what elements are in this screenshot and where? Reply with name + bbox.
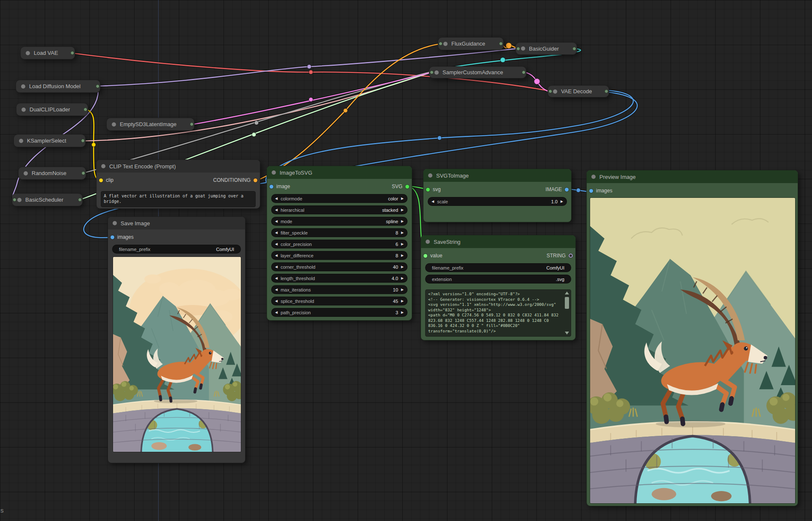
collapse-toggle-icon[interactable] (521, 46, 525, 51)
collapse-toggle-icon[interactable] (443, 42, 448, 46)
node-flux-guidance[interactable]: FluxGuidance (438, 37, 504, 50)
output-port-STRING[interactable]: STRING (547, 253, 573, 259)
collapsed-output-port[interactable] (84, 108, 87, 111)
input-dot-icon[interactable] (99, 178, 103, 182)
node-image-to-svg[interactable]: ImageToSVGimageSVG◀colormodecolor▶◀hiera… (267, 166, 412, 321)
collapsed-input-port[interactable] (516, 47, 520, 51)
widget-color_precision[interactable]: ◀color_precision6▶ (271, 240, 407, 248)
collapsed-input-port[interactable] (548, 89, 552, 93)
decrement-arrow-icon[interactable]: ◀ (275, 197, 278, 200)
input-port-images[interactable]: images (111, 234, 134, 240)
node-dual-clip-loader[interactable]: DualCLIPLoader (16, 103, 88, 116)
increment-arrow-icon[interactable]: ▶ (401, 300, 404, 303)
widget-layer_difference[interactable]: ◀layer_difference8▶ (271, 251, 407, 260)
input-dot-icon[interactable] (426, 188, 430, 192)
xml-textarea[interactable]: <?xml version="1.0" encoding="UTF-8"?> <… (425, 289, 571, 337)
collapse-toggle-icon[interactable] (553, 89, 557, 94)
decrement-arrow-icon[interactable]: ◀ (275, 220, 278, 223)
increment-arrow-icon[interactable]: ▶ (401, 265, 404, 269)
collapsed-output-port[interactable] (572, 47, 576, 51)
widget-filename_prefix[interactable]: filename_prefixComfyUI (112, 245, 241, 254)
collapse-toggle-icon[interactable] (426, 240, 430, 244)
decrement-arrow-icon[interactable]: ◀ (275, 265, 278, 269)
node-basic-scheduler[interactable]: BasicScheduler (12, 193, 83, 206)
widget-hierarchical[interactable]: ◀hierarchicalstacked▶ (271, 205, 407, 214)
widget-length_threshold[interactable]: ◀length_threshold4.0▶ (271, 274, 407, 283)
scrollbar[interactable] (564, 291, 569, 335)
increment-arrow-icon[interactable]: ▶ (401, 231, 404, 235)
increment-arrow-icon[interactable]: ▶ (401, 220, 404, 223)
input-port-value[interactable]: value (424, 253, 442, 259)
increment-arrow-icon[interactable]: ▶ (401, 208, 404, 212)
collapsed-input-port[interactable] (13, 198, 16, 202)
widget-filter_speckle[interactable]: ◀filter_speckle8▶ (271, 228, 407, 237)
collapse-toggle-icon[interactable] (428, 173, 432, 178)
input-dot-icon[interactable] (589, 189, 593, 193)
increment-arrow-icon[interactable]: ▶ (401, 197, 404, 200)
node-vae-decode[interactable]: VAE Decode (548, 85, 609, 97)
widget-scale[interactable]: ◀scale1.0▶ (428, 197, 567, 206)
decrement-arrow-icon[interactable]: ◀ (432, 200, 434, 203)
decrement-arrow-icon[interactable]: ◀ (275, 277, 278, 280)
node-random-noise[interactable]: RandomNoise (18, 167, 86, 180)
decrement-arrow-icon[interactable]: ◀ (275, 254, 278, 257)
collapse-toggle-icon[interactable] (101, 164, 105, 168)
input-dot-icon[interactable] (424, 254, 427, 258)
widget-colormode[interactable]: ◀colormodecolor▶ (271, 194, 407, 203)
widget-splice_threshold[interactable]: ◀splice_threshold45▶ (271, 297, 407, 305)
node-load-vae[interactable]: Load VAE (20, 46, 75, 59)
collapsed-output-port[interactable] (522, 70, 526, 74)
increment-arrow-icon[interactable]: ▶ (401, 311, 404, 314)
collapse-toggle-icon[interactable] (434, 70, 439, 75)
output-dot-icon[interactable] (565, 188, 569, 192)
node-save-image[interactable]: Save Imageimagesfilename_prefixComfyUI (108, 216, 245, 463)
collapse-toggle-icon[interactable] (17, 198, 22, 202)
collapse-toggle-icon[interactable] (19, 139, 23, 143)
collapsed-output-port[interactable] (81, 139, 85, 143)
input-port-clip[interactable]: clip (99, 177, 113, 183)
widget-mode[interactable]: ◀modespline▶ (271, 217, 407, 226)
node-ksampler-select[interactable]: KSamplerSelect (13, 134, 86, 147)
input-port-svg[interactable]: svg (426, 186, 441, 192)
collapse-toggle-icon[interactable] (591, 175, 596, 179)
widget-path_precision[interactable]: ◀path_precision3▶ (271, 308, 407, 317)
collapse-toggle-icon[interactable] (22, 108, 26, 112)
collapsed-output-port[interactable] (70, 51, 74, 55)
collapse-toggle-icon[interactable] (24, 171, 28, 175)
decrement-arrow-icon[interactable]: ◀ (275, 243, 278, 246)
scroll-down-icon[interactable] (565, 332, 569, 335)
output-dot-icon[interactable] (254, 178, 257, 182)
collapse-toggle-icon[interactable] (272, 170, 276, 175)
node-clip-text-encode[interactable]: CLIP Text Encode (Prompt)clipCONDITIONIN… (96, 159, 260, 209)
collapsed-output-port[interactable] (190, 122, 194, 126)
scroll-thumb[interactable] (565, 297, 569, 309)
input-dot-icon[interactable] (111, 235, 114, 239)
widget-filename_prefix[interactable]: filename_prefixComfyUI (425, 263, 571, 272)
decrement-arrow-icon[interactable]: ◀ (275, 311, 278, 314)
collapse-toggle-icon[interactable] (21, 84, 25, 89)
collapse-toggle-icon[interactable] (113, 221, 117, 225)
node-load-diffusion-model[interactable]: Load Diffusion Model (16, 80, 100, 93)
input-port-image[interactable]: image (270, 184, 290, 189)
output-port-CONDITIONING[interactable]: CONDITIONING (213, 177, 257, 183)
collapsed-output-port[interactable] (499, 42, 503, 46)
node-preview-image[interactable]: Preview Imageimages (586, 170, 798, 506)
node-sampler-custom-advance[interactable]: SamplerCustomAdvance (429, 66, 526, 78)
widget-extension[interactable]: extension.svg (425, 275, 571, 283)
node-basic-guider[interactable]: BasicGuider (515, 42, 577, 55)
increment-arrow-icon[interactable]: ▶ (401, 288, 404, 292)
collapsed-input-port[interactable] (439, 42, 442, 46)
widget-max_iterations[interactable]: ◀max_iterations10▶ (271, 285, 407, 294)
node-graph-canvas[interactable]: Load VAELoad Diffusion ModelDualCLIPLoad… (0, 0, 812, 521)
node-save-string[interactable]: SaveStringvalueSTRINGfilename_prefixComf… (421, 235, 576, 340)
collapsed-output-port[interactable] (81, 171, 85, 175)
collapse-toggle-icon[interactable] (112, 122, 116, 127)
node-svg-to-image[interactable]: SVGToImagesvgIMAGE◀scale1.0▶ (423, 169, 572, 222)
decrement-arrow-icon[interactable]: ◀ (275, 288, 278, 292)
node-empty-sd3-latent-image[interactable]: EmptySD3LatentImage (106, 118, 194, 131)
widget-corner_threshold[interactable]: ◀corner_threshold40▶ (271, 262, 407, 271)
decrement-arrow-icon[interactable]: ◀ (275, 300, 278, 303)
decrement-arrow-icon[interactable]: ◀ (275, 231, 278, 235)
scroll-up-icon[interactable] (565, 292, 569, 294)
output-port-IMAGE[interactable]: IMAGE (545, 186, 569, 192)
